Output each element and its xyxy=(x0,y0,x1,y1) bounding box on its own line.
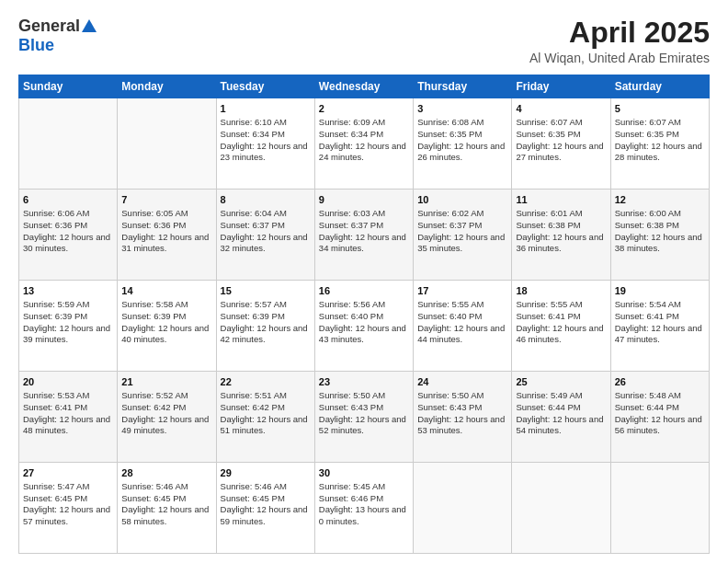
calendar-cell: 6Sunrise: 6:06 AMSunset: 6:36 PMDaylight… xyxy=(19,190,118,281)
day-info-line: Daylight: 12 hours and 30 minutes. xyxy=(23,232,113,256)
calendar-week-row: 13Sunrise: 5:59 AMSunset: 6:39 PMDayligh… xyxy=(19,281,710,372)
day-info-line: Sunrise: 6:01 AM xyxy=(516,208,606,220)
day-info-line: Sunrise: 5:50 AM xyxy=(319,390,409,402)
calendar-cell: 15Sunrise: 5:57 AMSunset: 6:39 PMDayligh… xyxy=(216,281,314,372)
day-info-line: Sunset: 6:44 PM xyxy=(516,402,606,414)
day-info-line: Sunrise: 5:58 AM xyxy=(121,299,211,311)
day-info-line: Sunset: 6:35 PM xyxy=(516,129,606,141)
day-header-tuesday: Tuesday xyxy=(216,75,314,98)
day-info-line: Sunrise: 5:48 AM xyxy=(615,390,705,402)
day-info-line: Daylight: 12 hours and 32 minutes. xyxy=(221,232,311,256)
day-info-line: Sunset: 6:42 PM xyxy=(221,402,311,414)
month-title: April 2025 xyxy=(529,17,710,49)
day-info-line: Daylight: 12 hours and 49 minutes. xyxy=(121,414,211,438)
calendar-week-row: 20Sunrise: 5:53 AMSunset: 6:41 PMDayligh… xyxy=(19,372,710,463)
day-info-line: Daylight: 12 hours and 57 minutes. xyxy=(23,504,113,528)
day-info-line: Daylight: 12 hours and 51 minutes. xyxy=(221,414,311,438)
day-number: 24 xyxy=(417,375,507,389)
day-info-line: Sunrise: 6:04 AM xyxy=(221,208,311,220)
day-number: 10 xyxy=(417,193,507,207)
logo-general-text: General xyxy=(18,17,80,36)
calendar-cell: 28Sunrise: 5:46 AMSunset: 6:45 PMDayligh… xyxy=(118,463,216,554)
day-number: 19 xyxy=(615,284,705,298)
day-header-wednesday: Wednesday xyxy=(314,75,413,98)
day-info-line: Daylight: 12 hours and 35 minutes. xyxy=(417,232,507,256)
calendar-week-row: 6Sunrise: 6:06 AMSunset: 6:36 PMDaylight… xyxy=(19,190,710,281)
day-info-line: Sunset: 6:39 PM xyxy=(121,311,211,323)
day-info-line: Daylight: 12 hours and 54 minutes. xyxy=(516,414,606,438)
day-info-line: Sunrise: 5:46 AM xyxy=(221,481,311,493)
day-info-line: Daylight: 12 hours and 40 minutes. xyxy=(121,323,211,347)
calendar-cell: 8Sunrise: 6:04 AMSunset: 6:37 PMDaylight… xyxy=(216,190,314,281)
day-info-line: Sunset: 6:38 PM xyxy=(516,220,606,232)
calendar-cell: 16Sunrise: 5:56 AMSunset: 6:40 PMDayligh… xyxy=(314,281,413,372)
calendar-cell: 13Sunrise: 5:59 AMSunset: 6:39 PMDayligh… xyxy=(19,281,118,372)
day-number: 22 xyxy=(221,375,311,389)
calendar-cell: 10Sunrise: 6:02 AMSunset: 6:37 PMDayligh… xyxy=(414,190,512,281)
day-info-line: Sunset: 6:37 PM xyxy=(319,220,409,232)
day-info-line: Daylight: 12 hours and 52 minutes. xyxy=(319,414,409,438)
calendar-cell: 1Sunrise: 6:10 AMSunset: 6:34 PMDaylight… xyxy=(216,98,314,190)
day-info-line: Daylight: 12 hours and 43 minutes. xyxy=(319,323,409,347)
day-info-line: Sunset: 6:41 PM xyxy=(23,402,113,414)
day-number: 30 xyxy=(319,466,409,480)
calendar-cell xyxy=(118,98,216,190)
day-info-line: Daylight: 12 hours and 44 minutes. xyxy=(417,323,507,347)
calendar-cell: 12Sunrise: 6:00 AMSunset: 6:38 PMDayligh… xyxy=(610,190,709,281)
day-info-line: Daylight: 12 hours and 53 minutes. xyxy=(417,414,507,438)
day-number: 26 xyxy=(615,375,705,389)
day-info-line: Daylight: 12 hours and 31 minutes. xyxy=(121,232,211,256)
calendar-cell: 30Sunrise: 5:45 AMSunset: 6:46 PMDayligh… xyxy=(314,463,413,554)
day-number: 28 xyxy=(121,466,211,480)
day-info-line: Sunset: 6:39 PM xyxy=(221,311,311,323)
day-header-thursday: Thursday xyxy=(414,75,512,98)
calendar-cell: 29Sunrise: 5:46 AMSunset: 6:45 PMDayligh… xyxy=(216,463,314,554)
calendar-cell: 3Sunrise: 6:08 AMSunset: 6:35 PMDaylight… xyxy=(414,98,512,190)
day-number: 4 xyxy=(516,102,606,116)
day-info-line: Sunset: 6:45 PM xyxy=(23,493,113,505)
calendar-header-row: SundayMondayTuesdayWednesdayThursdayFrid… xyxy=(19,75,710,98)
day-info-line: Daylight: 12 hours and 56 minutes. xyxy=(615,414,705,438)
day-info-line: Sunrise: 6:05 AM xyxy=(121,208,211,220)
day-info-line: Sunset: 6:36 PM xyxy=(23,220,113,232)
day-info-line: Sunrise: 6:10 AM xyxy=(221,117,311,129)
calendar-cell: 19Sunrise: 5:54 AMSunset: 6:41 PMDayligh… xyxy=(610,281,709,372)
day-info-line: Daylight: 12 hours and 24 minutes. xyxy=(319,141,409,165)
day-info-line: Sunrise: 5:54 AM xyxy=(615,299,705,311)
day-info-line: Sunset: 6:46 PM xyxy=(319,493,409,505)
header: General Blue April 2025 Al Wiqan, United… xyxy=(18,17,710,65)
calendar-week-row: 1Sunrise: 6:10 AMSunset: 6:34 PMDaylight… xyxy=(19,98,710,190)
day-number: 17 xyxy=(417,284,507,298)
title-block: April 2025 Al Wiqan, United Arab Emirate… xyxy=(529,17,710,65)
calendar-cell: 25Sunrise: 5:49 AMSunset: 6:44 PMDayligh… xyxy=(512,372,610,463)
logo-triangle-icon xyxy=(82,19,97,32)
day-number: 27 xyxy=(23,466,113,480)
day-info-line: Sunrise: 6:09 AM xyxy=(319,117,409,129)
day-info-line: Sunrise: 5:59 AM xyxy=(23,299,113,311)
day-info-line: Sunrise: 6:06 AM xyxy=(23,208,113,220)
calendar-cell: 21Sunrise: 5:52 AMSunset: 6:42 PMDayligh… xyxy=(118,372,216,463)
day-info-line: Sunrise: 5:55 AM xyxy=(516,299,606,311)
day-info-line: Sunset: 6:41 PM xyxy=(516,311,606,323)
day-info-line: Daylight: 12 hours and 42 minutes. xyxy=(221,323,311,347)
page: General Blue April 2025 Al Wiqan, United… xyxy=(0,0,728,563)
day-number: 21 xyxy=(121,375,211,389)
day-info-line: Sunset: 6:36 PM xyxy=(121,220,211,232)
calendar-cell: 14Sunrise: 5:58 AMSunset: 6:39 PMDayligh… xyxy=(118,281,216,372)
day-number: 8 xyxy=(221,193,311,207)
day-number: 13 xyxy=(23,284,113,298)
day-number: 2 xyxy=(319,102,409,116)
day-info-line: Sunset: 6:43 PM xyxy=(319,402,409,414)
day-info-line: Sunrise: 5:47 AM xyxy=(23,481,113,493)
calendar-cell: 26Sunrise: 5:48 AMSunset: 6:44 PMDayligh… xyxy=(610,372,709,463)
day-info-line: Sunrise: 5:51 AM xyxy=(221,390,311,402)
calendar-cell: 2Sunrise: 6:09 AMSunset: 6:34 PMDaylight… xyxy=(314,98,413,190)
calendar-table: SundayMondayTuesdayWednesdayThursdayFrid… xyxy=(18,75,710,554)
day-number: 25 xyxy=(516,375,606,389)
day-info-line: Sunrise: 5:50 AM xyxy=(417,390,507,402)
day-info-line: Sunset: 6:38 PM xyxy=(615,220,705,232)
day-info-line: Sunrise: 5:49 AM xyxy=(516,390,606,402)
day-info-line: Sunset: 6:41 PM xyxy=(615,311,705,323)
calendar-cell: 9Sunrise: 6:03 AMSunset: 6:37 PMDaylight… xyxy=(314,190,413,281)
day-number: 20 xyxy=(23,375,113,389)
